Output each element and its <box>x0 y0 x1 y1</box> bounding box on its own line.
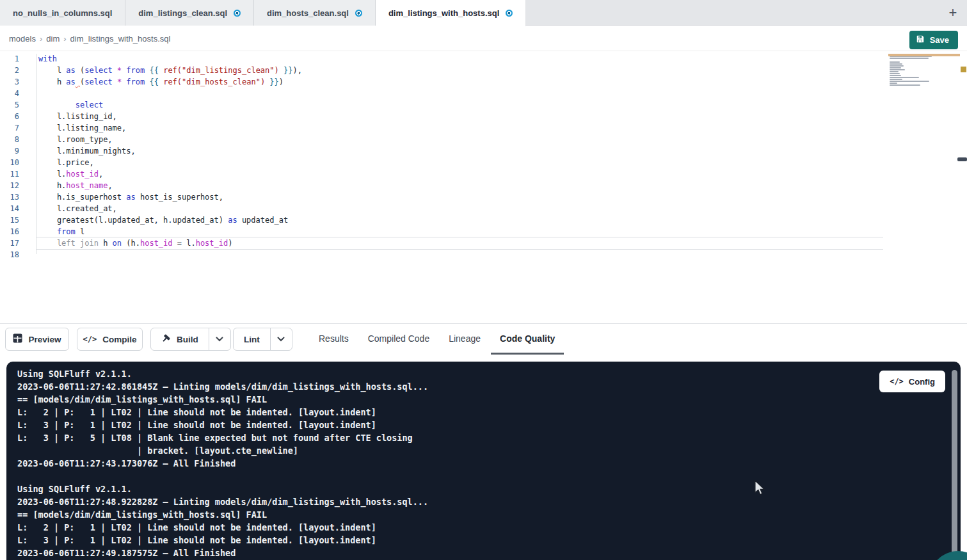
file-tab-label: dim_listings_with_hosts.sql <box>388 8 499 18</box>
preview-grid-icon <box>13 333 22 345</box>
code-line[interactable]: h.is_superhost as host_is_superhost, <box>38 191 302 203</box>
action-toolbar: Preview </> Compile Build <box>0 323 967 354</box>
terminal-line: 2023-06-06T11:27:48.922828Z — Linting mo… <box>17 495 428 508</box>
breadcrumb-segment[interactable]: dim <box>46 34 60 44</box>
minimap[interactable] <box>890 54 936 92</box>
unsaved-changes-icon <box>355 10 362 17</box>
lint-output-terminal: Using SQLFluff v2.1.1.2023-06-06T11:27:4… <box>6 362 961 560</box>
line-number: 11 <box>0 168 19 180</box>
preview-label: Preview <box>28 335 61 344</box>
terminal-output: Using SQLFluff v2.1.1.2023-06-06T11:27:4… <box>17 367 428 559</box>
code-line[interactable]: select <box>38 99 302 111</box>
code-line[interactable]: l.room_type, <box>38 134 302 145</box>
line-number: 7 <box>0 122 19 134</box>
line-number: 17 <box>0 237 19 249</box>
unsaved-changes-icon <box>506 10 513 17</box>
minimap-line <box>890 65 904 67</box>
new-tab-button[interactable]: + <box>944 4 962 22</box>
line-number: 3 <box>0 76 19 88</box>
file-tab-label: dim_hosts_clean.sql <box>267 8 349 18</box>
build-label: Build <box>177 335 198 344</box>
dbt-ide-window: no_nulls_in_columns.sqldim_listings_clea… <box>0 0 967 560</box>
line-number: 2 <box>0 65 19 76</box>
file-tab-label: dim_listings_clean.sql <box>138 8 227 18</box>
gutter-border <box>36 54 36 254</box>
preview-button[interactable]: Preview <box>5 328 69 351</box>
build-dropdown-button[interactable] <box>209 328 230 350</box>
chevron-down-icon <box>277 337 285 342</box>
chevron-down-icon <box>216 337 223 342</box>
build-button[interactable]: Build <box>151 328 209 350</box>
config-button[interactable]: </> Config <box>879 371 945 392</box>
minimap-line <box>890 58 929 59</box>
code-editor[interactable]: 123456789101112131415161718 with l as (s… <box>0 51 967 323</box>
line-number: 18 <box>0 249 19 260</box>
panel-tab-compiled-code[interactable]: Compiled Code <box>359 324 439 355</box>
file-tab-label: no_nulls_in_columns.sql <box>13 8 112 18</box>
breadcrumb-separator-icon: › <box>40 34 42 44</box>
code-line[interactable]: left join h on (h.host_id = l.host_id) <box>38 237 302 249</box>
terminal-line: 2023-06-06T11:27:42.861845Z — Linting mo… <box>17 380 428 393</box>
file-tab[interactable]: dim_hosts_clean.sql <box>254 0 376 26</box>
lint-dropdown-button[interactable] <box>270 328 292 350</box>
line-number: 4 <box>0 88 19 99</box>
lint-button[interactable]: Lint <box>234 328 270 350</box>
line-number: 14 <box>0 203 19 214</box>
code-line[interactable]: from l <box>38 226 302 237</box>
line-number: 15 <box>0 214 19 226</box>
file-tab[interactable]: dim_listings_clean.sql <box>125 0 254 26</box>
overview-ruler-scroll-marker[interactable] <box>957 157 967 161</box>
breadcrumb: models›dim›dim_listings_with_hosts.sql <box>9 34 170 44</box>
panel-tab-code-quality[interactable]: Code Quality <box>491 324 564 355</box>
line-number-gutter: 123456789101112131415161718 <box>0 53 24 260</box>
compile-button[interactable]: </> Compile <box>77 328 143 351</box>
file-tab[interactable]: no_nulls_in_columns.sql <box>0 0 125 26</box>
code-line[interactable] <box>38 88 302 99</box>
minimap-line <box>890 83 897 84</box>
unsaved-changes-icon <box>234 10 241 17</box>
code-line[interactable] <box>38 249 302 260</box>
terminal-scrollbar[interactable] <box>952 370 957 557</box>
code-line[interactable]: l.host_id, <box>38 168 302 180</box>
terminal-line: L: 2 | P: 1 | LT02 | Line should not be … <box>17 521 428 534</box>
panel-tab-results[interactable]: Results <box>310 324 358 355</box>
result-panel-tabs: ResultsCompiled CodeLineageCode Quality <box>310 324 564 355</box>
code-line[interactable]: h as (select * from {{ ref("dim_hosts_cl… <box>38 76 302 88</box>
save-button[interactable]: Save <box>909 31 958 49</box>
breadcrumb-segment[interactable]: models <box>9 34 36 44</box>
file-tab-bar: no_nulls_in_columns.sqldim_listings_clea… <box>0 0 967 26</box>
breadcrumb-segment[interactable]: dim_listings_with_hosts.sql <box>70 34 171 44</box>
line-number: 16 <box>0 226 19 237</box>
terminal-line: L: 3 | P: 5 | LT08 | Blank line expected… <box>17 431 428 444</box>
breadcrumb-separator-icon: › <box>63 34 66 44</box>
code-line[interactable]: l.listing_name, <box>38 122 302 134</box>
minimap-line <box>890 61 900 63</box>
file-tab[interactable]: dim_listings_with_hosts.sql <box>376 0 526 26</box>
breadcrumb-bar: models›dim›dim_listings_with_hosts.sql S… <box>0 26 967 51</box>
build-split-button: Build <box>150 328 231 351</box>
minimap-change-marker <box>888 54 960 56</box>
code-line[interactable]: greatest(l.updated_at, h.updated_at) as … <box>38 214 302 226</box>
lint-split-button: Lint <box>233 328 292 351</box>
code-line[interactable]: l.minimum_nights, <box>38 145 302 157</box>
line-number: 5 <box>0 99 19 111</box>
minimap-line <box>890 73 900 74</box>
minimap-line <box>890 69 905 70</box>
config-label: Config <box>909 377 935 387</box>
code-line[interactable]: with <box>38 53 302 65</box>
minimap-line <box>890 77 919 78</box>
code-line[interactable]: l.listing_id, <box>38 111 302 122</box>
terminal-line: 2023-06-06T11:27:49.187575Z — All Finish… <box>17 547 428 559</box>
terminal-line: | bracket. [layout.cte_newline] <box>17 444 428 457</box>
minimap-line <box>890 67 901 68</box>
terminal-line <box>17 470 428 483</box>
code-line[interactable]: l as (select * from {{ ref("dim_listings… <box>38 65 302 76</box>
terminal-line: L: 3 | P: 1 | LT02 | Line should not be … <box>17 534 428 547</box>
code-line[interactable]: h.host_name, <box>38 180 302 191</box>
lint-label: Lint <box>244 335 260 344</box>
panel-tab-lineage[interactable]: Lineage <box>440 324 490 355</box>
code-line[interactable]: l.price, <box>38 157 302 168</box>
code-line[interactable]: l.created_at, <box>38 203 302 214</box>
minimap-line <box>890 63 902 65</box>
compile-label: Compile <box>102 335 136 344</box>
